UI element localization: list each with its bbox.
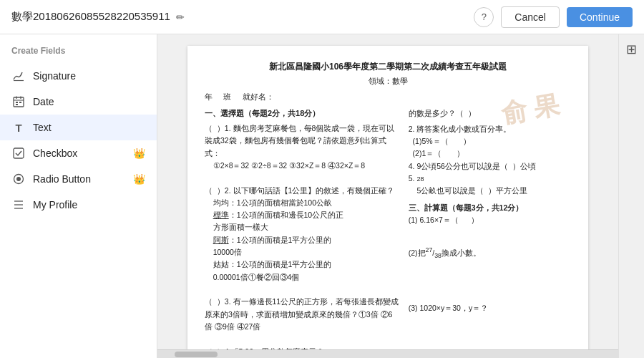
right-toolbar: ⊞: [618, 34, 644, 358]
sidebar-label-text: Text: [33, 122, 145, 133]
doc-columns: 一、選擇題（每題2分，共18分） （ ）1. 麵包房考芝麻餐包，每8個裝成一袋，…: [205, 107, 571, 349]
help-button[interactable]: ?: [474, 7, 494, 27]
sidebar-item-my-profile[interactable]: My Profile: [0, 192, 157, 218]
signature-icon: [11, 69, 26, 83]
sidebar-item-signature[interactable]: Signature: [0, 63, 157, 89]
horizontal-scrollbar[interactable]: [157, 349, 618, 358]
sidebar-label-signature: Signature: [33, 70, 145, 82]
svg-rect-1: [14, 97, 24, 107]
radio-button-icon: [11, 172, 26, 186]
svg-rect-8: [14, 148, 24, 158]
grid-icon[interactable]: ⊞: [626, 42, 637, 57]
sidebar-label-radio-button: Radio Button: [33, 173, 126, 185]
doc-meta: 年 班 就好名：: [205, 91, 571, 104]
date-icon: [11, 95, 26, 109]
text-icon: T: [11, 120, 26, 135]
edit-icon[interactable]: ✏: [176, 11, 185, 23]
section-1-content: （ ）1. 麵包房考芝麻餐包，每8個裝成一袋，現在可以裝成32袋，麵包房有幾個餐…: [205, 122, 400, 349]
radio-badge: 👑: [133, 173, 145, 185]
sidebar-item-checkbox[interactable]: Checkbox 👑: [0, 140, 157, 166]
svg-rect-6: [19, 102, 21, 103]
doc-subtitle: 領域：數學: [205, 75, 571, 88]
svg-point-10: [16, 177, 21, 181]
sidebar: Create Fields Signature: [0, 34, 157, 358]
svg-rect-5: [16, 102, 18, 103]
cancel-button[interactable]: Cancel: [501, 6, 560, 28]
sidebar-item-radio-button[interactable]: Radio Button 👑: [0, 166, 157, 192]
sidebar-section-title: Create Fields: [0, 46, 157, 63]
doc-right-column: 的數是多少？（ ） 2. 將答案化成小數或百分率。 (1)5%＝（ ） (2)1…: [409, 107, 571, 349]
checkbox-badge: 👑: [133, 147, 145, 159]
body: Create Fields Signature: [0, 34, 644, 358]
year-label: 年 班 就好名：: [205, 91, 274, 104]
sidebar-label-my-profile: My Profile: [33, 199, 145, 211]
doc-title: 新北區昌隆國小106學年度第二學期第二次成績考查五年級試題: [205, 60, 571, 74]
header-right: ? Cancel Continue: [474, 6, 633, 28]
main-content: 俞 果 新北區昌隆國小106學年度第二學期第二次成績考查五年級試題 領域：數學 …: [157, 34, 618, 358]
header-left: 數學20180626085528220535911 ✏: [11, 10, 185, 24]
right-content: 的數是多少？（ ） 2. 將答案化成小數或百分率。 (1)5%＝（ ） (2)1…: [409, 107, 571, 314]
my-profile-icon: [11, 198, 26, 212]
section-1-heading: 一、選擇題（每題2分，共18分）: [205, 107, 400, 120]
doc-left-column: 一、選擇題（每題2分，共18分） （ ）1. 麵包房考芝麻餐包，每8個裝成一袋，…: [205, 107, 400, 349]
document-title: 數學20180626085528220535911: [11, 10, 170, 24]
sidebar-label-checkbox: Checkbox: [33, 147, 126, 159]
checkbox-icon: [11, 146, 26, 160]
continue-button[interactable]: Continue: [567, 7, 633, 27]
svg-rect-7: [16, 104, 18, 105]
sidebar-item-date[interactable]: Date: [0, 89, 157, 115]
document-area[interactable]: 俞 果 新北區昌隆國小106學年度第二學期第二次成績考查五年級試題 領域：數學 …: [157, 34, 618, 349]
sidebar-item-text[interactable]: T Text: [0, 115, 157, 140]
sidebar-label-date: Date: [33, 96, 145, 107]
document-page: 俞 果 新北區昌隆國小106學年度第二學期第二次成績考查五年級試題 領域：數學 …: [187, 46, 588, 349]
scrollbar-thumb[interactable]: [175, 352, 218, 357]
header: 數學20180626085528220535911 ✏ ? Cancel Con…: [0, 0, 644, 34]
